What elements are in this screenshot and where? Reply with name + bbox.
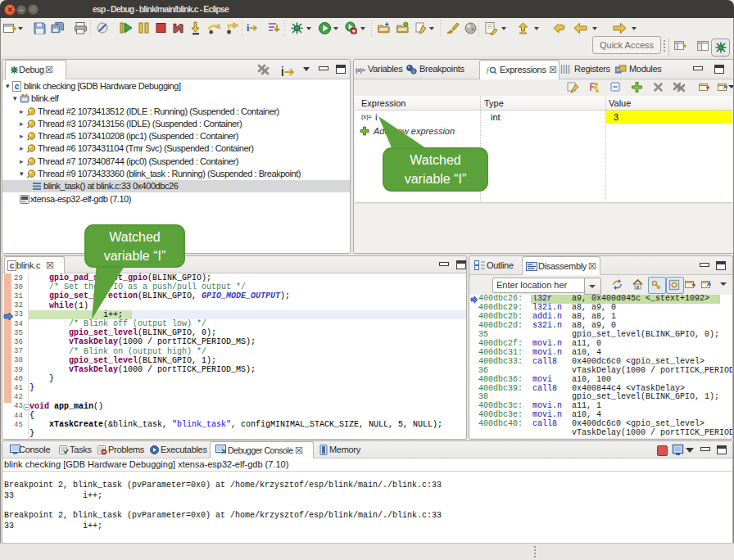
svg-text:c: c <box>10 261 15 270</box>
svg-text:ƒ: ƒ <box>486 65 490 75</box>
svg-text:c: c <box>15 82 20 91</box>
